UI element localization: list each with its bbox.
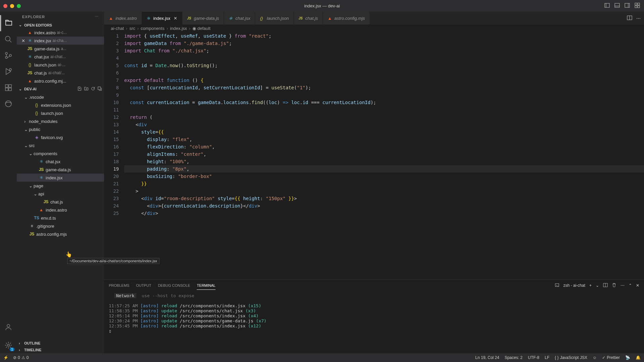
svg-point-21 bbox=[7, 324, 10, 327]
panel-tab-debug-console[interactable]: DEBUG CONSOLE bbox=[158, 281, 190, 289]
language-mode[interactable]: { } JavaScript JSX bbox=[555, 355, 587, 360]
new-terminal-icon[interactable]: + bbox=[589, 283, 592, 288]
toggle-secondary-sidebar-icon[interactable] bbox=[625, 3, 630, 9]
terminal-shell-label[interactable]: zsh - ai-chat bbox=[563, 283, 585, 288]
close-window-button[interactable] bbox=[3, 4, 7, 8]
file-item[interactable]: ▲index.astro bbox=[17, 206, 104, 214]
folder-item[interactable]: ⌄page bbox=[17, 182, 104, 190]
file-item[interactable]: ◈favicon.svg bbox=[17, 133, 104, 141]
errors-warnings[interactable]: ⊘0 ⚠0 bbox=[13, 355, 29, 360]
more-icon[interactable]: ⋯ bbox=[620, 283, 625, 288]
file-item[interactable]: ⚛index.jsx bbox=[17, 174, 104, 182]
panel-tab-problems[interactable]: PROBLEMS bbox=[109, 281, 129, 289]
editor-tab[interactable]: ⚛chat.jsx bbox=[224, 12, 255, 25]
timeline-header[interactable]: › TIMELINE bbox=[17, 347, 104, 353]
code-editor[interactable]: 1234567891011121314151617181920212223242… bbox=[104, 32, 644, 279]
extensions-activity-icon[interactable] bbox=[0, 80, 16, 96]
cursor-position[interactable]: Ln 19, Col 24 bbox=[475, 355, 499, 360]
project-header[interactable]: ⌄ DEV-AI bbox=[17, 85, 104, 93]
search-activity-icon[interactable] bbox=[0, 31, 16, 47]
file-item[interactable]: {}launch.json bbox=[17, 109, 104, 117]
panel-tab-output[interactable]: OUTPUT bbox=[136, 281, 151, 289]
remote-indicator[interactable]: ⚡ bbox=[3, 355, 8, 360]
breadcrumb-item[interactable]: index.jsx bbox=[170, 26, 187, 31]
open-editors-header[interactable]: ⌄ OPEN EDITORS bbox=[17, 21, 104, 29]
terminal-profile-icon[interactable] bbox=[555, 283, 559, 288]
toggle-panel-icon[interactable] bbox=[614, 3, 620, 9]
svg-point-13 bbox=[5, 56, 7, 58]
breadcrumb-item[interactable]: ◉ default bbox=[192, 26, 211, 31]
panel-tab-terminal[interactable]: TERMINAL bbox=[197, 281, 216, 290]
breadcrumbs[interactable]: ai-chat›src›components›index.jsx›◉ defau… bbox=[104, 25, 644, 32]
folder-item[interactable]: ⌄components bbox=[17, 149, 104, 157]
sidebar-header: EXPLORER ⋯ bbox=[17, 12, 104, 21]
code-content[interactable]: import { useEffect, useRef, useState } f… bbox=[124, 32, 644, 279]
maximize-window-button[interactable] bbox=[17, 4, 21, 8]
file-path-hint: a... bbox=[61, 46, 66, 51]
notifications-icon[interactable]: 🔔 bbox=[636, 355, 641, 360]
prettier-status[interactable]: ✓ Prettier bbox=[602, 355, 620, 360]
file-item[interactable]: ≡.gitignore bbox=[17, 222, 104, 230]
outline-header[interactable]: › OUTLINE bbox=[17, 340, 104, 347]
live-share-icon[interactable]: 📡 bbox=[625, 355, 630, 360]
folder-item[interactable]: ⌄.vscode bbox=[17, 93, 104, 101]
run-debug-activity-icon[interactable] bbox=[0, 63, 16, 80]
new-folder-icon[interactable] bbox=[84, 86, 89, 92]
file-item[interactable]: {}extensions.json bbox=[17, 101, 104, 109]
close-icon[interactable]: ✕ bbox=[21, 38, 26, 43]
minimize-window-button[interactable] bbox=[10, 4, 14, 8]
editor-tab[interactable]: ▲index.astro bbox=[104, 12, 142, 25]
file-item[interactable]: JSgame-data.js bbox=[17, 166, 104, 174]
explorer-activity-icon[interactable] bbox=[0, 15, 16, 31]
open-editor-item[interactable]: JSchat.jsai-chat/... bbox=[17, 69, 104, 77]
eol[interactable]: LF bbox=[545, 355, 549, 360]
edge-activity-icon[interactable] bbox=[0, 96, 16, 112]
breadcrumb-item[interactable]: ai-chat bbox=[111, 26, 124, 31]
editor-tab[interactable]: JSchat.js bbox=[294, 12, 323, 25]
breadcrumb-item[interactable]: components bbox=[141, 26, 165, 31]
encoding[interactable]: UTF-8 bbox=[528, 355, 539, 360]
open-editor-item[interactable]: ▲index.astroai-c... bbox=[17, 29, 104, 37]
editor-tab[interactable]: JSgame-data.js bbox=[182, 12, 224, 25]
breadcrumb-item[interactable]: src bbox=[129, 26, 135, 31]
file-name: chat.jsx bbox=[46, 159, 60, 164]
settings-activity-icon[interactable]: 1 bbox=[0, 337, 16, 353]
folder-item[interactable]: ⌄public bbox=[17, 125, 104, 133]
file-item[interactable]: JSchat.js bbox=[17, 198, 104, 206]
file-item[interactable]: ⚛chat.jsx bbox=[17, 157, 104, 166]
split-editor-icon[interactable] bbox=[627, 15, 632, 21]
file-item[interactable]: JSastro.config.mjs bbox=[17, 230, 104, 238]
editor-tab[interactable]: ▲astro.config.mjs bbox=[323, 12, 370, 25]
source-control-activity-icon[interactable] bbox=[0, 47, 16, 63]
refresh-icon[interactable] bbox=[91, 86, 95, 92]
new-file-icon[interactable] bbox=[77, 86, 82, 92]
collapse-all-icon[interactable] bbox=[97, 86, 102, 92]
file-path-hint: ai-chat/... bbox=[48, 71, 65, 75]
feedback-icon[interactable]: ☺ bbox=[593, 355, 597, 360]
toggle-primary-sidebar-icon[interactable] bbox=[604, 3, 610, 9]
editor-tab[interactable]: {}launch.json bbox=[255, 12, 294, 25]
maximize-panel-icon[interactable]: ⌃ bbox=[629, 283, 632, 288]
open-editor-item[interactable]: ✕⚛index.jsxai-cha... bbox=[17, 37, 104, 45]
folder-item[interactable]: ⌄api bbox=[17, 190, 104, 198]
folder-item[interactable]: ›node_modules bbox=[17, 117, 104, 125]
kill-terminal-icon[interactable] bbox=[612, 283, 616, 288]
more-actions-icon[interactable]: ⋯ bbox=[636, 16, 641, 21]
terminal-body[interactable]: Network use --host to expose 11:57:25 AM… bbox=[104, 291, 644, 353]
indentation[interactable]: Spaces: 2 bbox=[505, 355, 522, 360]
close-icon[interactable]: ✕ bbox=[174, 16, 177, 21]
split-terminal-icon[interactable] bbox=[603, 283, 608, 288]
terminal-dropdown-icon[interactable]: ⌄ bbox=[596, 283, 599, 288]
customize-layout-icon[interactable] bbox=[635, 3, 640, 9]
open-editor-item[interactable]: JSgame-data.jsa... bbox=[17, 45, 104, 53]
accounts-activity-icon[interactable] bbox=[0, 319, 16, 335]
file-item[interactable]: TSenv.d.ts bbox=[17, 214, 104, 222]
editor-tab[interactable]: ⚛index.jsx✕ bbox=[142, 12, 183, 25]
close-panel-icon[interactable]: ✕ bbox=[636, 283, 639, 288]
open-editor-item[interactable]: ⚛chat.jsxai-chat... bbox=[17, 53, 104, 61]
open-editor-item[interactable]: {}launch.jsonai-... bbox=[17, 61, 104, 69]
titlebar: index.jsx — dev-ai bbox=[0, 0, 644, 12]
open-editor-item[interactable]: ▲astro.config.mj... bbox=[17, 77, 104, 85]
folder-item[interactable]: ⌄src bbox=[17, 141, 104, 149]
sidebar-more-icon[interactable]: ⋯ bbox=[95, 14, 99, 19]
